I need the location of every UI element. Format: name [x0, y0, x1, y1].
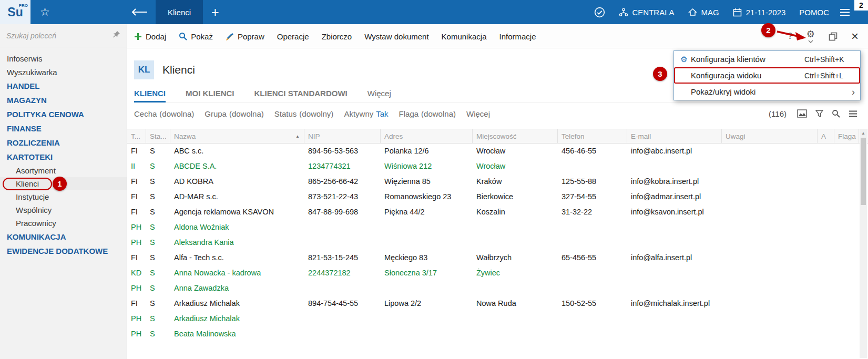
- sidebar-item-wspólnicy[interactable]: Wspólnicy: [0, 203, 127, 217]
- table-row[interactable]: PHSAnna Zawadzka: [127, 281, 868, 296]
- sidebar-item-wyszukiwarka[interactable]: Wyszukiwarka: [0, 65, 127, 79]
- config-dropdown-menu: ⚙Konfiguracja klientówCtrl+Shift+KKonfig…: [673, 50, 861, 100]
- cascade-windows-icon[interactable]: [829, 32, 838, 41]
- toolbar-button-label: Komunikacja: [442, 32, 487, 41]
- filter-value: (dowolna): [421, 109, 456, 118]
- column-label: Flaga: [838, 132, 856, 140]
- sidebar-item-pracownicy[interactable]: Pracownicy: [0, 217, 127, 230]
- new-tab-button[interactable]: +: [211, 0, 219, 24]
- table-row[interactable]: FISArkadiusz Michalak894-754-45-55Lipowa…: [127, 296, 868, 311]
- cell-address: [381, 281, 473, 296]
- table-row[interactable]: FISAD KOBRA865-256-66-42Więzienna 85Krak…: [127, 174, 868, 189]
- date-selector[interactable]: 21-11-2023: [733, 8, 786, 17]
- cell-city: [473, 281, 558, 296]
- sidebar-item-rozliczenia[interactable]: ROZLICZENIA: [0, 136, 127, 150]
- column-header-type[interactable]: T...: [127, 129, 146, 143]
- cell-type: FI: [127, 250, 146, 265]
- help-icon[interactable]: ?: [788, 32, 793, 41]
- table-row[interactable]: PHSAldona Woźniak: [127, 220, 868, 235]
- column-header-email[interactable]: E-mail: [627, 129, 722, 143]
- filter-aktywny[interactable]: AktywnyTak: [344, 109, 388, 118]
- table-row[interactable]: FISAD-MAR s.c.873-521-22-43Romanowskiego…: [127, 189, 868, 204]
- scrollbar-up-icon[interactable]: ▲: [860, 129, 867, 137]
- sidebar-item-magazyn[interactable]: MAGAZYN: [0, 93, 127, 107]
- scrollbar-thumb[interactable]: [861, 138, 866, 205]
- toolbar-button-zbiorczo[interactable]: Zbiorczo: [322, 32, 352, 41]
- vertical-scrollbar[interactable]: ▲: [860, 129, 867, 358]
- cell-address: Słoneczna 3/17: [381, 265, 473, 281]
- filter-więcej[interactable]: Więcej: [466, 109, 490, 118]
- table-row[interactable]: PHSBeata Malinowska: [127, 326, 868, 342]
- command-search-row: [0, 24, 127, 47]
- toolbar-button-informacje[interactable]: Informacje: [499, 32, 536, 41]
- list-menu-icon[interactable]: [849, 110, 857, 117]
- column-header-notes[interactable]: Uwagi: [722, 129, 818, 143]
- cell-address: Polanka 12/6: [381, 143, 473, 159]
- sidebar-item-finanse[interactable]: FINANSE: [0, 121, 127, 136]
- toolbar-button-wystaw-dokument[interactable]: Wystaw dokument: [364, 32, 428, 41]
- tab-więcej[interactable]: Więcej: [367, 89, 391, 102]
- command-search-input[interactable]: [6, 32, 113, 40]
- export-image-icon[interactable]: [797, 109, 807, 118]
- topbar-tab-klienci[interactable]: Klienci: [156, 0, 203, 24]
- app-logo[interactable]: Su PRO: [0, 0, 30, 24]
- favorites-star-icon[interactable]: ☆: [40, 0, 50, 24]
- cell-flag: [834, 143, 859, 159]
- toolbar-button-komunikacja[interactable]: Komunikacja: [442, 32, 487, 41]
- filter-label: Flaga: [399, 109, 419, 118]
- tab-klienci-standardowi[interactable]: KLIENCI STANDARDOWI: [254, 89, 348, 102]
- cell-status: S: [146, 296, 170, 311]
- sidebar-item-instytucje[interactable]: Instytucje: [0, 190, 127, 203]
- sidebar-item-polityka-cenowa[interactable]: POLITYKA CENOWA: [0, 107, 127, 121]
- toolbar-button-operacje[interactable]: Operacje: [277, 32, 309, 41]
- menu-item-pokaż-ukryj-widoki[interactable]: Pokaż/ukryj widoki›: [674, 84, 860, 100]
- sidebar-item-kartoteki[interactable]: KARTOTEKI: [0, 150, 127, 164]
- close-view-icon[interactable]: ×: [851, 30, 859, 43]
- table-row[interactable]: IISABCDE S.A.1234774321Wiśniowa 212Wrocł…: [127, 159, 868, 174]
- calendar-icon: [733, 8, 742, 17]
- status-check-icon[interactable]: [594, 7, 605, 18]
- filter-cecha[interactable]: Cecha(dowolna): [134, 109, 194, 118]
- sidebar-item-asortyment[interactable]: Asortyment: [0, 164, 127, 177]
- table-row[interactable]: PHSArkadiusz Michalak: [127, 311, 868, 326]
- table-row[interactable]: FISAgencja reklamowa KSAVON847-88-99-698…: [127, 204, 868, 220]
- search-icon[interactable]: [832, 109, 840, 118]
- sidebar-item-infoserwis[interactable]: Infoserwis: [0, 52, 127, 65]
- toolbar-button-pokaż[interactable]: Pokaż: [179, 32, 213, 41]
- column-header-city[interactable]: Miejscowość: [473, 129, 558, 143]
- sidebar-item-ewidencje-dodatkowe[interactable]: EWIDENCJE DODATKOWE: [0, 244, 127, 258]
- hamburger-menu-icon[interactable]: [840, 0, 850, 24]
- pin-icon[interactable]: [113, 30, 120, 40]
- filter-grupa[interactable]: Grupa(dowolna): [205, 109, 264, 118]
- help-menu[interactable]: POMOC: [799, 8, 829, 17]
- filter-status[interactable]: Status(dowolny): [274, 109, 334, 118]
- table-row[interactable]: KDSAnna Nowacka - kadrowa2244372182Słone…: [127, 265, 868, 281]
- filter-flaga[interactable]: Flaga(dowolna): [399, 109, 456, 118]
- menu-item-konfiguracja-klientów[interactable]: ⚙Konfiguracja klientówCtrl+Shift+K: [674, 51, 860, 67]
- column-header-nip[interactable]: NIP: [304, 129, 381, 143]
- column-header-name[interactable]: Nazwa▲: [170, 129, 304, 143]
- sidebar-item-klienci[interactable]: Klienci: [0, 177, 127, 190]
- tab-moi-klienci[interactable]: MOI KLIENCI: [186, 89, 234, 102]
- view-config-gear-button[interactable]: ⚙: [806, 29, 815, 43]
- warehouse-selector[interactable]: MAG: [688, 8, 719, 17]
- branch-selector[interactable]: CENTRALA: [619, 8, 675, 17]
- column-header-phone[interactable]: Telefon: [558, 129, 627, 143]
- column-header-address[interactable]: Adres: [381, 129, 473, 143]
- tab-klienci[interactable]: KLIENCI: [134, 89, 166, 102]
- column-header-a[interactable]: A: [818, 129, 834, 143]
- toolbar-button-dodaj[interactable]: Dodaj: [134, 32, 166, 41]
- table-row[interactable]: FISABC s.c.894-56-53-563Polanka 12/6Wroc…: [127, 143, 868, 159]
- cell-email: [627, 281, 722, 296]
- column-header-flag[interactable]: Flaga: [834, 129, 859, 143]
- filter-funnel-icon[interactable]: [815, 110, 823, 117]
- sidebar-item-handel[interactable]: HANDEL: [0, 79, 127, 93]
- table-row[interactable]: FISAlfa - Tech s.c.821-53-15-245Męckiego…: [127, 250, 868, 265]
- warehouse-icon: [688, 8, 697, 16]
- toolbar-button-popraw[interactable]: Popraw: [226, 32, 264, 41]
- menu-item-konfiguracja-widoku[interactable]: Konfiguracja widokuCtrl+Shift+L: [674, 67, 860, 84]
- back-arrow-icon[interactable]: [131, 0, 148, 24]
- column-header-status[interactable]: Sta...: [146, 129, 170, 143]
- sidebar-item-komunikacja[interactable]: KOMUNIKACJA: [0, 230, 127, 244]
- table-row[interactable]: PHSAleksandra Kania: [127, 235, 868, 250]
